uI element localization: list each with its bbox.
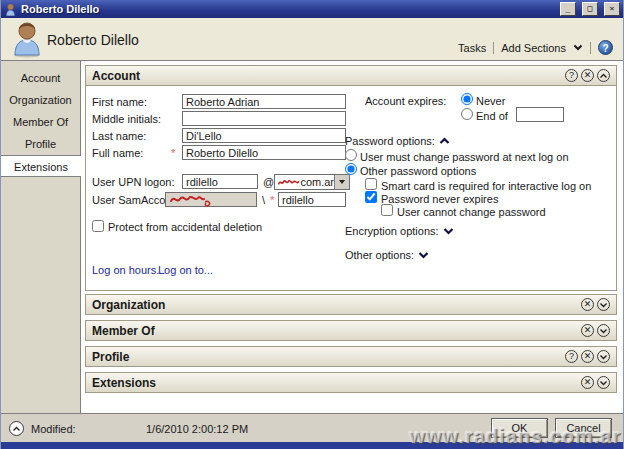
dropdown-arrow-icon[interactable] xyxy=(334,175,349,189)
section-help-icon[interactable]: ? xyxy=(565,69,578,82)
expires-end-radio[interactable] xyxy=(461,108,473,120)
expires-never-label: Never xyxy=(476,95,505,107)
section-title: Organization xyxy=(92,298,581,312)
sidebar-item-organization[interactable]: Organization xyxy=(1,89,80,111)
section-header-member-of[interactable]: Member Of ✕ xyxy=(85,320,617,341)
section-title: Profile xyxy=(92,350,565,364)
section-header-account[interactable]: Account ? ✕ xyxy=(85,65,617,86)
sidebar-item-account[interactable]: Account xyxy=(1,67,80,89)
password-options-label: Password options: xyxy=(345,135,435,147)
password-options-toggle[interactable]: Password options: xyxy=(345,135,450,147)
help-icon[interactable]: ? xyxy=(598,40,613,55)
required-asterisk: * xyxy=(270,194,274,206)
section-help-icon[interactable]: ? xyxy=(565,350,578,363)
last-name-input[interactable] xyxy=(182,128,346,143)
section-header-extensions[interactable]: Extensions ✕ xyxy=(85,372,617,393)
chevron-down-icon xyxy=(418,251,429,259)
other-options-toggle[interactable]: Other options: xyxy=(345,249,429,261)
upn-domain-dropdown[interactable]: com.ar xyxy=(274,174,350,190)
close-button[interactable]: ✕ xyxy=(604,2,620,16)
backslash-separator: \ xyxy=(262,194,265,206)
ok-button[interactable]: OK xyxy=(491,418,548,438)
window-title: Roberto Dilello xyxy=(21,3,554,15)
titlebar: Roberto Dilello _ □ ✕ xyxy=(1,0,623,18)
must-change-password-radio[interactable] xyxy=(345,149,357,161)
middle-initials-label: Middle initials: xyxy=(92,113,161,125)
must-change-password-label: User must change password at next log on xyxy=(360,151,569,163)
section-title: Extensions xyxy=(92,376,581,390)
chevron-up-icon xyxy=(439,137,450,145)
divider xyxy=(493,42,494,54)
other-options-label: Other options: xyxy=(345,249,414,261)
expires-end-date-input[interactable] xyxy=(516,107,564,122)
redacted-scribble xyxy=(277,177,300,188)
sidebar-item-profile[interactable]: Profile xyxy=(1,133,80,155)
upn-logon-input[interactable] xyxy=(182,174,258,189)
required-asterisk: * xyxy=(171,147,175,159)
minimize-button[interactable]: _ xyxy=(560,2,576,16)
smart-card-checkbox[interactable] xyxy=(365,178,377,190)
full-name-label: Full name: xyxy=(92,147,143,159)
encryption-options-label: Encryption options: xyxy=(345,225,439,237)
upn-logon-label: User UPN logon: xyxy=(92,176,175,188)
footer-expand-icon[interactable] xyxy=(9,421,24,436)
add-sections-menu[interactable]: Add Sections xyxy=(501,42,566,54)
user-icon xyxy=(4,3,17,16)
modified-timestamp: 1/6/2010 2:00:12 PM xyxy=(146,423,248,435)
section-expand-icon[interactable] xyxy=(597,376,610,389)
first-name-label: First name: xyxy=(92,96,147,108)
sidebar-item-member-of[interactable]: Member Of xyxy=(1,111,80,133)
avatar xyxy=(11,20,43,58)
at-symbol: @ xyxy=(263,176,274,188)
first-name-input[interactable] xyxy=(182,94,346,109)
header: Roberto Dilello Tasks Add Sections ? xyxy=(1,18,623,60)
full-name-input[interactable] xyxy=(182,145,346,160)
encryption-options-toggle[interactable]: Encryption options: xyxy=(345,225,454,237)
other-password-options-label: Other password options xyxy=(360,165,476,177)
password-never-expires-label: Password never expires xyxy=(381,193,498,205)
section-expand-icon[interactable] xyxy=(597,298,610,311)
cannot-change-password-checkbox[interactable] xyxy=(381,204,393,216)
section-collapse-icon[interactable] xyxy=(597,69,610,82)
section-remove-icon[interactable]: ✕ xyxy=(581,298,594,311)
expires-never-radio[interactable] xyxy=(461,93,473,105)
section-remove-icon[interactable]: ✕ xyxy=(581,69,594,82)
sidebar-item-extensions[interactable]: Extensions xyxy=(1,155,81,177)
other-password-options-radio[interactable] xyxy=(345,163,357,175)
password-never-expires-checkbox[interactable] xyxy=(365,191,377,203)
user-properties-window: Roberto Dilello _ □ ✕ Roberto Dilello Ta… xyxy=(0,0,624,449)
sam-domain-field xyxy=(165,192,257,207)
section-expand-icon[interactable] xyxy=(597,324,610,337)
divider xyxy=(590,42,591,54)
redacted-scribble xyxy=(169,193,215,207)
tasks-menu[interactable]: Tasks xyxy=(458,42,486,54)
section-title: Member Of xyxy=(92,324,581,338)
section-header-organization[interactable]: Organization ✕ xyxy=(85,294,617,315)
smart-card-label: Smart card is required for interactive l… xyxy=(381,180,591,192)
user-display-name: Roberto Dilello xyxy=(47,32,139,48)
log-on-hours-link[interactable]: Log on hours... xyxy=(92,264,165,276)
last-name-label: Last name: xyxy=(92,130,146,142)
maximize-button[interactable]: □ xyxy=(582,2,598,16)
section-expand-icon[interactable] xyxy=(597,350,610,363)
section-remove-icon[interactable]: ✕ xyxy=(581,376,594,389)
window-bottom-border xyxy=(1,442,623,449)
sam-account-input[interactable] xyxy=(278,192,346,207)
account-expires-label: Account expires: xyxy=(365,95,446,107)
modified-label: Modified: xyxy=(31,423,76,435)
section-title: Account xyxy=(92,69,565,83)
upn-domain-suffix: com.ar xyxy=(300,176,334,188)
footer: Modified: 1/6/2010 2:00:12 PM OK Cancel xyxy=(1,413,623,442)
protect-deletion-checkbox[interactable] xyxy=(92,220,104,232)
main-content: Account ? ✕ First name: Middle initials:… xyxy=(81,60,623,413)
section-header-profile[interactable]: Profile ? ✕ xyxy=(85,346,617,367)
log-on-to-link[interactable]: Log on to... xyxy=(158,264,213,276)
middle-initials-input[interactable] xyxy=(182,111,346,126)
sidebar: Account Organization Member Of Profile E… xyxy=(1,60,81,413)
expires-end-label: End of xyxy=(476,110,508,122)
section-remove-icon[interactable]: ✕ xyxy=(581,324,594,337)
chevron-down-icon[interactable] xyxy=(573,44,583,51)
protect-deletion-label: Protect from accidental deletion xyxy=(108,221,262,233)
section-remove-icon[interactable]: ✕ xyxy=(581,350,594,363)
cancel-button[interactable]: Cancel xyxy=(555,418,612,438)
